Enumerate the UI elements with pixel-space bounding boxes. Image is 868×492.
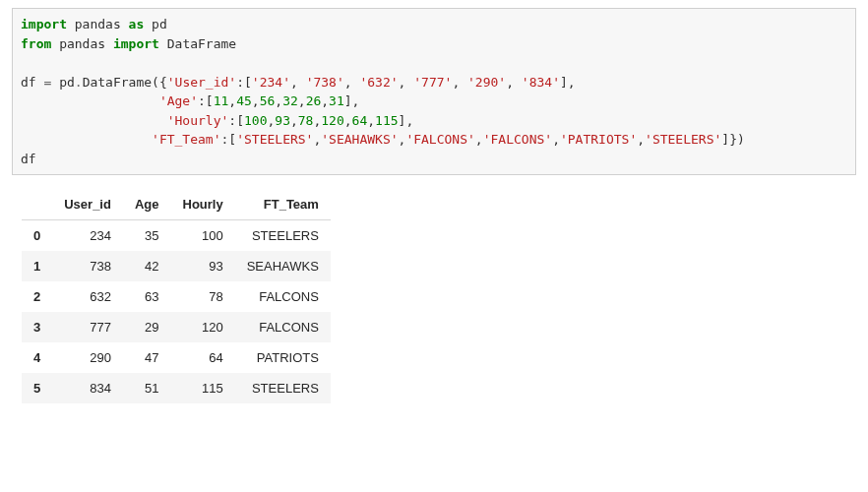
- comma: ,: [399, 75, 406, 90]
- rbracket-1: ]: [560, 75, 568, 90]
- keyword-import-2: import: [113, 36, 159, 51]
- val-t3: 'FALCONS': [483, 132, 552, 147]
- key-hourly: 'Hourly': [167, 113, 229, 128]
- val-u2: '632': [359, 75, 398, 90]
- table-row: 5 834 51 115 STEELERS: [22, 373, 331, 403]
- table-row: 3 777 29 120 FALCONS: [22, 312, 331, 342]
- cell-ftteam: FALCONS: [235, 281, 331, 312]
- val-u3: '777': [413, 75, 452, 90]
- comma: ,: [275, 93, 282, 108]
- op-eq: =: [43, 75, 51, 90]
- colon-1: :: [236, 75, 244, 90]
- cell-age: 42: [123, 251, 171, 281]
- val-u0: '234': [252, 75, 290, 90]
- code-cell[interactable]: import pandas as pd from pandas import D…: [12, 8, 856, 175]
- table-row: 0 234 35 100 STEELERS: [22, 220, 331, 252]
- corner-blank: [22, 189, 52, 220]
- rbracket-2: ]: [344, 93, 352, 108]
- comma: ,: [298, 93, 306, 108]
- key-userid: 'User_id': [167, 75, 236, 90]
- comma: ,: [290, 113, 298, 128]
- cell-hourly: 120: [171, 312, 235, 342]
- cell-ftteam: STEELERS: [235, 373, 331, 403]
- rbrace: }: [729, 132, 737, 147]
- val-u4: '290': [467, 75, 506, 90]
- cell-age: 51: [123, 373, 171, 403]
- val-h0: 100: [244, 113, 267, 128]
- table-row: 1 738 42 93 SEAHAWKS: [22, 251, 331, 281]
- comma: ,: [637, 132, 645, 147]
- cell-age: 29: [123, 312, 171, 342]
- cell-age: 47: [123, 342, 171, 373]
- val-a4: 26: [306, 93, 322, 108]
- rbracket-4: ]: [721, 132, 729, 147]
- lbracket-3: [: [236, 113, 244, 128]
- val-u1: '738': [306, 75, 344, 90]
- key-ftteam: 'FT_Team': [152, 132, 220, 147]
- row-index: 4: [22, 342, 52, 373]
- comma: ,: [290, 75, 298, 90]
- row-index: 2: [22, 281, 52, 312]
- col-hourly: Hourly: [171, 189, 235, 220]
- call-dataframe: DataFrame: [83, 75, 152, 90]
- comma: ,: [405, 113, 413, 128]
- cell-hourly: 115: [171, 373, 235, 403]
- cell-userid: 834: [52, 373, 123, 403]
- dataframe-output: User_id Age Hourly FT_Team 0 234 35 100 …: [22, 189, 331, 403]
- comma: ,: [568, 75, 576, 90]
- val-t0: 'STEELERS': [236, 132, 313, 147]
- rparen: ): [737, 132, 745, 147]
- table-row: 2 632 63 78 FALCONS: [22, 281, 331, 312]
- row-index: 3: [22, 312, 52, 342]
- cell-ftteam: STEELERS: [235, 220, 331, 252]
- val-a3: 32: [282, 93, 298, 108]
- cell-userid: 738: [52, 251, 123, 281]
- comma: ,: [252, 93, 260, 108]
- cell-age: 63: [123, 281, 171, 312]
- module-pandas: pandas: [75, 17, 121, 31]
- val-h3: 120: [321, 113, 343, 128]
- lbracket-2: [: [206, 93, 214, 108]
- cell-ftteam: SEAHAWKS: [235, 251, 331, 281]
- val-a0: 11: [214, 93, 229, 108]
- cell-ftteam: FALCONS: [235, 312, 331, 342]
- lparen: (: [152, 75, 159, 90]
- cell-userid: 290: [52, 342, 123, 373]
- lbrace: {: [159, 75, 167, 90]
- col-age: Age: [123, 189, 171, 220]
- keyword-import: import: [21, 17, 67, 31]
- alias-pd: pd: [152, 17, 167, 31]
- colon-2: :: [198, 93, 206, 108]
- colon-3: :: [228, 113, 236, 128]
- cell-userid: 234: [52, 220, 123, 252]
- cell-userid: 777: [52, 312, 123, 342]
- comma: ,: [506, 75, 514, 90]
- comma: ,: [344, 113, 352, 128]
- val-t4: 'PATRIOTS': [560, 132, 637, 147]
- name-dataframe: DataFrame: [167, 36, 236, 51]
- row-index: 5: [22, 373, 52, 403]
- header-row: User_id Age Hourly FT_Team: [22, 189, 331, 220]
- op-dot: .: [75, 75, 83, 90]
- val-t2: 'FALCONS': [405, 132, 474, 147]
- cell-age: 35: [123, 220, 171, 252]
- val-t1: 'SEAHAWKS': [321, 132, 398, 147]
- val-h1: 93: [275, 113, 290, 128]
- comma: ,: [452, 75, 460, 90]
- lbracket-4: [: [228, 132, 236, 147]
- val-a2: 56: [260, 93, 276, 108]
- comma: ,: [344, 75, 352, 90]
- ref-pd: pd: [59, 75, 75, 90]
- row-index: 1: [22, 251, 52, 281]
- cell-ftteam: PATRIOTS: [235, 342, 331, 373]
- val-t5: 'STEELERS': [645, 132, 721, 147]
- val-a5: 31: [329, 93, 344, 108]
- keyword-as: as: [129, 17, 145, 31]
- lbracket-1: [: [244, 75, 252, 90]
- val-h4: 64: [352, 113, 368, 128]
- comma: ,: [352, 93, 360, 108]
- cell-hourly: 78: [171, 281, 235, 312]
- comma: ,: [228, 93, 236, 108]
- cell-userid: 632: [52, 281, 123, 312]
- val-h2: 78: [298, 113, 314, 128]
